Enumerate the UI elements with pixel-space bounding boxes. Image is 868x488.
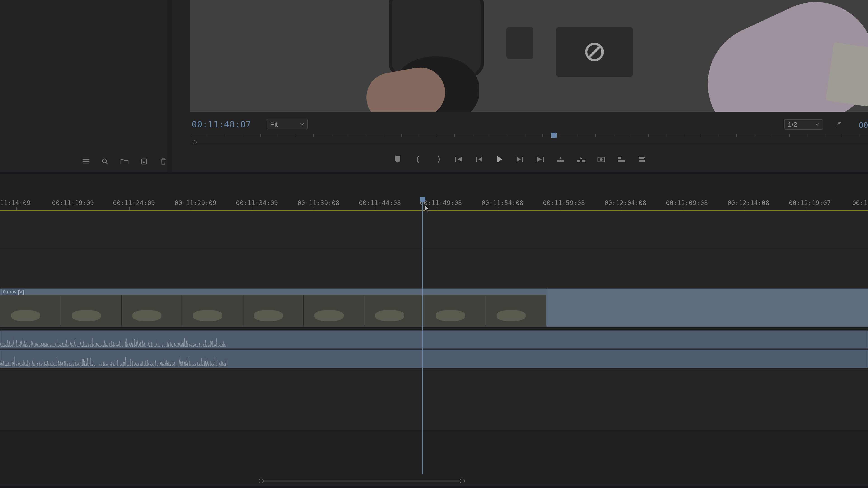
ruler-label: 00:11:44:08 <box>359 199 401 207</box>
audio-clip-2[interactable] <box>0 350 868 368</box>
zoom-dropdown[interactable]: Fit <box>267 119 308 129</box>
svg-point-16 <box>600 158 602 161</box>
video-track-1[interactable]: 0.mov [V] <box>0 288 868 328</box>
project-panel-footer <box>0 151 168 172</box>
ruler-label: 00:11:29:09 <box>175 199 216 207</box>
ruler-label: 00:11:39:08 <box>298 199 339 207</box>
svg-rect-20 <box>639 160 645 162</box>
waveform <box>0 355 226 367</box>
step-back-icon[interactable] <box>475 155 484 164</box>
track-area: 0.mov [V] <box>0 211 868 475</box>
overwrite-icon[interactable] <box>638 155 647 164</box>
ruler-label: 00:12:09:08 <box>666 199 708 207</box>
time-ruler[interactable]: 11:14:0900:11:19:0900:11:24:0900:11:29:0… <box>0 197 868 211</box>
timeline-zoom-scroll[interactable] <box>0 477 868 484</box>
trash-icon[interactable] <box>159 157 168 166</box>
ruler-label: 00:11:59:08 <box>543 199 585 207</box>
settings-wrench-icon[interactable] <box>834 120 843 129</box>
insert-icon[interactable] <box>617 155 626 164</box>
video-track-3[interactable] <box>0 211 868 250</box>
ruler-label: 00:12:2 <box>852 199 868 207</box>
step-forward-icon[interactable] <box>515 155 524 164</box>
ruler-label: 00:11:34:09 <box>236 199 278 207</box>
audio-track-3[interactable] <box>0 369 868 430</box>
zoom-handle-left[interactable] <box>258 479 264 484</box>
ruler-label: 00:12:04:08 <box>604 199 646 207</box>
ruler-label: 00:11:24:09 <box>113 199 155 207</box>
zoom-handle-right[interactable] <box>460 479 465 484</box>
mark-out-icon[interactable] <box>434 155 443 164</box>
svg-rect-12 <box>557 160 564 162</box>
svg-rect-10 <box>522 157 523 162</box>
ruler-label: 11:14:09 <box>0 199 31 207</box>
svg-rect-9 <box>476 157 477 162</box>
svg-rect-18 <box>618 160 625 162</box>
resolution-dropdown[interactable]: 1/2 <box>784 119 823 130</box>
timeline-bottom-border <box>0 486 868 488</box>
audio-track-1[interactable] <box>0 330 868 349</box>
video-track-2[interactable] <box>0 249 868 288</box>
clip-thumbnails <box>0 295 546 327</box>
ruler-label: 00:11:19:09 <box>52 199 94 207</box>
svg-line-7 <box>588 46 601 58</box>
goto-out-icon[interactable] <box>536 155 545 164</box>
mouse-cursor <box>425 205 430 213</box>
waveform <box>0 336 226 348</box>
svg-rect-17 <box>618 157 621 159</box>
svg-line-4 <box>106 162 108 164</box>
audio-track-2[interactable] <box>0 349 868 368</box>
ruler-label: 00:11:54:08 <box>482 199 523 207</box>
lift-icon[interactable] <box>556 155 565 164</box>
clip-label: 0.mov [V] <box>2 289 25 295</box>
svg-point-3 <box>102 159 106 163</box>
transport-controls <box>172 151 868 167</box>
folder-icon[interactable] <box>120 157 129 166</box>
monitor-info-bar: 00:11:48:07 Fit 1/2 00 <box>172 118 868 131</box>
svg-rect-14 <box>582 160 585 162</box>
audio-clip-1[interactable] <box>0 330 868 349</box>
program-monitor: 00:11:48:07 Fit 1/2 00 <box>172 0 868 172</box>
monitor-scrubber[interactable] <box>190 134 868 144</box>
play-icon[interactable] <box>495 155 504 164</box>
new-bin-icon[interactable] <box>140 157 149 166</box>
search-icon[interactable] <box>101 157 110 166</box>
chevron-down-icon <box>300 123 304 126</box>
extract-icon[interactable] <box>577 155 585 164</box>
ruler-label: 00:12:14:08 <box>727 199 769 207</box>
video-clip[interactable]: 0.mov [V] <box>0 288 547 327</box>
scrub-playhead[interactable] <box>551 133 557 138</box>
svg-rect-11 <box>543 157 544 162</box>
preview-pouch <box>556 27 633 77</box>
ruler-label: 00:12:19:07 <box>789 199 831 207</box>
timeline-playhead[interactable] <box>422 197 423 475</box>
current-timecode[interactable]: 00:11:48:07 <box>192 119 251 129</box>
chevron-down-icon <box>815 123 819 126</box>
out-timecode-fragment: 00 <box>859 121 868 130</box>
svg-rect-13 <box>577 160 580 162</box>
preview-box <box>506 27 533 59</box>
video-clip-next[interactable] <box>546 288 868 327</box>
program-viewer[interactable] <box>190 0 868 112</box>
goto-in-icon[interactable] <box>454 155 463 164</box>
scrub-range-start[interactable] <box>193 140 197 144</box>
zoom-bar[interactable] <box>260 480 462 482</box>
resolution-value: 1/2 <box>788 121 797 128</box>
marker-icon[interactable] <box>393 155 402 164</box>
timeline-panel: 11:14:0900:11:19:0900:11:24:0900:11:29:0… <box>0 173 868 488</box>
zoom-value: Fit <box>270 121 278 128</box>
list-view-icon[interactable] <box>81 157 90 166</box>
project-panel <box>0 0 168 172</box>
mark-in-icon[interactable] <box>414 155 423 164</box>
export-frame-icon[interactable] <box>597 155 606 164</box>
svg-rect-8 <box>455 157 456 162</box>
